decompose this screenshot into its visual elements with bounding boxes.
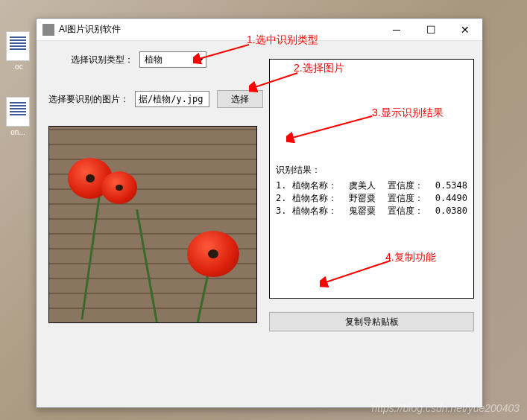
result-row: 3. 植物名称：鬼罂粟置信度：0.0380 [276,205,467,217]
desktop-file-label: on... [3,128,33,136]
desktop-file-icon[interactable]: .oc [3,31,33,71]
result-panel: 识别结果： 1. 植物名称：虞美人置信度：0.53482. 植物名称：野罂粟置信… [269,59,474,299]
type-label: 选择识别类型： [71,54,133,66]
result-row: 2. 植物名称：野罂粟置信度：0.4490 [276,192,467,205]
app-icon [42,24,54,36]
desktop-file-icon[interactable]: on... [3,97,33,136]
image-preview [48,126,257,323]
minimize-button[interactable]: ─ [379,19,414,41]
watermark: https://blog.csdn.net/yue200403 [372,402,520,414]
desktop-file-label: .oc [3,63,33,71]
path-input[interactable] [135,91,209,107]
type-select[interactable]: 植物 [139,51,206,68]
result-header: 识别结果： [276,164,467,176]
close-button[interactable]: ✕ [448,19,482,41]
select-button[interactable]: 选择 [217,90,263,108]
path-label: 选择要识别的图片： [48,93,129,106]
window-title: AI图片识别软件 [59,23,379,36]
titlebar[interactable]: AI图片识别软件 ─ ☐ ✕ [37,19,482,41]
result-row: 1. 植物名称：虞美人置信度：0.5348 [276,179,467,192]
app-window: AI图片识别软件 ─ ☐ ✕ 选择识别类型： 植物 选择要识别的图片： 选择 [36,18,483,408]
maximize-button[interactable]: ☐ [414,19,448,41]
copy-button[interactable]: 复制导粘贴板 [269,312,474,331]
